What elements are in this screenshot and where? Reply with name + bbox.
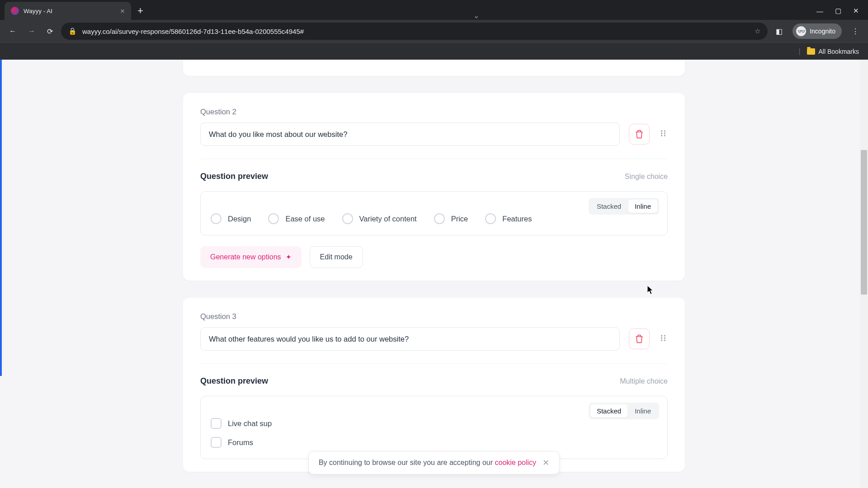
url-text: wayyy.co/ai/survey-response/5860126d-7d1… — [82, 28, 749, 35]
extensions-icon[interactable]: ◧ — [772, 23, 786, 39]
edit-mode-button[interactable]: Edit mode — [310, 246, 363, 268]
scrollbar-track[interactable] — [860, 60, 868, 488]
preview-title: Question preview — [200, 376, 268, 386]
radio-icon — [485, 213, 496, 224]
option-price[interactable]: Price — [434, 213, 468, 224]
delete-button[interactable] — [629, 124, 650, 145]
active-tab[interactable]: Wayyy - AI × — [5, 2, 131, 20]
minimize-icon[interactable]: — — [816, 7, 823, 15]
option-ease-of-use[interactable]: Ease of use — [268, 213, 325, 224]
radio-icon — [211, 213, 222, 224]
preview-box: Stacked Inline Live chat sup Forums — [200, 396, 668, 459]
reload-icon[interactable]: ⟳ — [43, 23, 57, 39]
favicon-icon — [11, 7, 19, 15]
scrollbar-thumb[interactable] — [861, 150, 867, 295]
generate-options-button[interactable]: Generate new options ✦ — [200, 246, 302, 268]
svg-point-8 — [661, 337, 662, 338]
svg-point-11 — [664, 339, 665, 341]
option-label: Forums — [228, 438, 253, 447]
radio-icon — [434, 213, 445, 224]
svg-point-7 — [664, 335, 665, 336]
question-text-input[interactable] — [200, 122, 620, 146]
svg-point-4 — [661, 135, 662, 136]
option-design[interactable]: Design — [211, 213, 251, 224]
radio-icon — [268, 213, 279, 224]
grip-icon — [659, 333, 668, 343]
card-top-cutoff — [183, 60, 685, 76]
svg-point-1 — [664, 130, 665, 131]
checkbox-icon — [211, 418, 222, 429]
svg-point-9 — [664, 337, 665, 338]
question-2-card: Question 2 Question preview Single choic… — [183, 93, 685, 281]
option-label: Design — [228, 215, 251, 223]
preview-box: Stacked Inline Design Ease of use Variet… — [200, 191, 668, 235]
tab-title: Wayyy - AI — [24, 8, 116, 14]
back-icon[interactable]: ← — [5, 23, 20, 39]
toggle-stacked[interactable]: Stacked — [590, 404, 627, 418]
incognito-icon: 👓 — [796, 26, 806, 36]
layout-toggle: Stacked Inline — [589, 198, 659, 215]
tab-strip: Wayyy - AI × + ⌄ — ▢ ✕ — [0, 0, 868, 20]
window-controls: — ▢ ✕ — [816, 2, 868, 20]
sparkle-icon: ✦ — [286, 253, 292, 261]
drag-handle[interactable] — [659, 129, 668, 140]
folder-icon — [807, 48, 815, 55]
options-column: Live chat sup Forums — [211, 418, 657, 448]
forward-icon[interactable]: → — [24, 23, 39, 39]
option-label: Ease of use — [285, 215, 325, 223]
toggle-stacked[interactable]: Stacked — [590, 200, 627, 213]
question-type-label: Single choice — [625, 173, 668, 181]
cookie-policy-link[interactable]: cookie policy — [495, 459, 536, 466]
incognito-badge[interactable]: 👓 Incognito — [793, 23, 842, 39]
svg-point-10 — [661, 339, 662, 341]
radio-icon — [342, 213, 353, 224]
question-label: Question 2 — [200, 108, 668, 116]
tabs-dropdown-icon[interactable]: ⌄ — [473, 11, 479, 20]
preview-title: Question preview — [200, 172, 268, 181]
page-content: Question 2 Question preview Single choic… — [0, 60, 868, 488]
bookmarks-bar: | All Bookmarks — [0, 42, 868, 60]
trash-icon — [635, 130, 644, 139]
maximize-icon[interactable]: ▢ — [835, 7, 841, 15]
cookie-close-icon[interactable]: ✕ — [542, 458, 549, 468]
toggle-inline[interactable]: Inline — [628, 200, 657, 213]
question-3-card: Question 3 Question preview Multiple cho… — [183, 298, 685, 472]
drag-handle[interactable] — [659, 333, 668, 344]
layout-toggle: Stacked Inline — [589, 403, 659, 419]
svg-point-2 — [661, 132, 662, 134]
option-label: Features — [502, 215, 532, 223]
question-text-input[interactable] — [200, 327, 620, 351]
options-row: Design Ease of use Variety of content Pr… — [211, 213, 657, 224]
bookmark-star-icon[interactable]: ☆ — [755, 27, 760, 35]
lock-icon: 🔒 — [68, 27, 77, 35]
checkbox-icon — [211, 437, 222, 448]
svg-point-0 — [661, 130, 662, 131]
cookie-text: By continuing to browse our site you are… — [319, 459, 536, 467]
option-features[interactable]: Features — [485, 213, 532, 224]
address-bar[interactable]: 🔒 wayyy.co/ai/survey-response/5860126d-7… — [61, 23, 768, 40]
option-label: Variety of content — [359, 215, 417, 223]
option-label: Price — [451, 215, 468, 223]
delete-button[interactable] — [629, 328, 650, 349]
bookmarks-label: All Bookmarks — [819, 48, 859, 55]
new-tab-button[interactable]: + — [131, 2, 150, 20]
svg-point-3 — [664, 132, 665, 134]
trash-icon — [635, 334, 644, 343]
option-label: Live chat sup — [228, 419, 272, 428]
generate-label: Generate new options — [210, 253, 281, 261]
browser-toolbar: ← → ⟳ 🔒 wayyy.co/ai/survey-response/5860… — [0, 20, 868, 42]
option-forums[interactable]: Forums — [211, 437, 657, 448]
close-tab-icon[interactable]: × — [120, 7, 125, 15]
incognito-label: Incognito — [810, 28, 835, 35]
grip-icon — [659, 129, 668, 138]
option-live-chat[interactable]: Live chat sup — [211, 418, 657, 429]
browser-menu-icon[interactable]: ⋮ — [848, 23, 863, 39]
all-bookmarks-button[interactable]: All Bookmarks — [807, 48, 859, 55]
close-window-icon[interactable]: ✕ — [853, 7, 859, 15]
svg-point-6 — [661, 335, 662, 336]
cookie-banner: By continuing to browse our site you are… — [308, 451, 560, 474]
option-variety[interactable]: Variety of content — [342, 213, 417, 224]
toggle-inline[interactable]: Inline — [628, 404, 657, 418]
question-type-label: Multiple choice — [620, 377, 668, 385]
question-label: Question 3 — [200, 312, 668, 321]
